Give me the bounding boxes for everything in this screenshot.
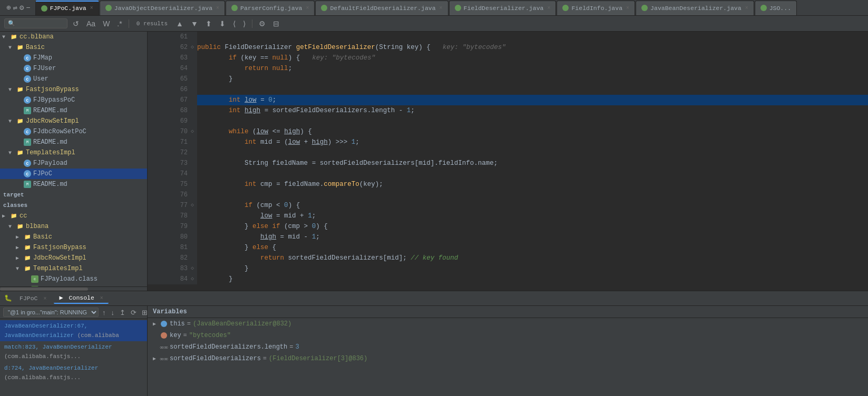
tab-close-fi[interactable]: ×: [626, 5, 629, 11]
debug-evaluate-button[interactable]: ⊞: [140, 308, 148, 317]
line-num-74: 74: [148, 169, 188, 179]
tab-fieldinfo[interactable]: FieldInfo.java ×: [557, 1, 635, 15]
tab-javabeandeserializer[interactable]: JavaBeanDeserializer.java ×: [636, 1, 754, 15]
tab-close-dfd[interactable]: ×: [440, 5, 443, 11]
code-67: int low = 0;: [197, 95, 868, 105]
var-this[interactable]: ▶ this = (JavaBeanDeserializer@832): [148, 318, 868, 330]
tree-fjmap[interactable]: C FJMap: [0, 53, 147, 63]
match-word-button[interactable]: W: [101, 18, 112, 29]
readme-templates-label: README.md: [33, 181, 67, 188]
fjbypasspoc-icon: C: [23, 96, 32, 104]
tree-fastjsonbypass-classes[interactable]: ▶ 📁 FastjsonBypass: [0, 242, 147, 253]
code-74: [197, 169, 868, 179]
tab-label-jbd: JavaBeanDeserializer.java: [650, 5, 742, 12]
tab-fielddeserializer[interactable]: FieldDeserializer.java ×: [449, 1, 557, 15]
thread-selector[interactable]: "@1 in gro..."main": RUNNING: [3, 308, 99, 317]
nav-prev-button[interactable]: ▲: [174, 18, 186, 29]
filter-toggle-button[interactable]: ⊟: [271, 18, 281, 29]
search-box[interactable]: 🔍: [4, 18, 67, 28]
line-num-72: 72: [148, 147, 188, 158]
debug-step-into-button[interactable]: ↓: [110, 308, 116, 317]
table-row: 65 }: [148, 74, 868, 84]
nav-next2-button[interactable]: ⬇: [217, 18, 228, 29]
var-sorted[interactable]: ▶ ∞∞ sortedFieldDeserializers = (FieldDe…: [148, 353, 868, 364]
match-case-button[interactable]: Aa: [84, 18, 97, 29]
var-key[interactable]: key = "bytecodes": [148, 330, 868, 341]
tab-close-fjpoc[interactable]: ×: [90, 5, 93, 11]
search-prev-occurrence-button[interactable]: ↺: [71, 18, 81, 29]
tree-basic-folder[interactable]: ▼ 📁 Basic: [0, 42, 147, 53]
tree-root[interactable]: ▼ 📁 cc.blbana: [0, 32, 147, 42]
code-69: [197, 116, 868, 126]
debug-toolbar: "@1 in gro..."main": RUNNING ↑ ↓ ↥ ⟳ ⊞ ⊟: [0, 306, 147, 319]
tab-close-jbd[interactable]: ×: [745, 5, 748, 11]
tab-parserconfig[interactable]: ParserConfig.java ×: [226, 1, 315, 15]
tab-console-close[interactable]: ×: [100, 295, 103, 301]
stack-item-1[interactable]: JavaBeanDeserializer:67, JavaBeanDeseria…: [0, 320, 147, 341]
tree-fastjsonbypass-folder[interactable]: ▼ 📁 FastjsonBypass: [0, 84, 147, 95]
tree-readme-templates[interactable]: M README.md: [0, 179, 147, 190]
tree-fjpayload[interactable]: C FJPayload: [0, 158, 147, 169]
var-length[interactable]: ∞∞ sortedFieldDeserializers.length = 3: [148, 341, 868, 353]
toolbar-separator2: [252, 19, 252, 28]
table-row: 83 ◇ }: [148, 263, 868, 274]
tab-fjpoc[interactable]: FJPoC.java ×: [35, 1, 99, 15]
stack-item-3[interactable]: d:724, JavaBeanDeserializer (com.alibaba…: [0, 362, 147, 383]
fjuser-label: FJUser: [33, 65, 56, 72]
tab-fjpoc-bottom[interactable]: FJPoC ×: [14, 294, 52, 303]
tab-javaobjectdeserializer[interactable]: JavaObjectDeserializer.java ×: [100, 1, 225, 15]
code-73: String fieldName = sortedFieldDeserializ…: [197, 158, 868, 169]
tree-templatesimpl-classes[interactable]: ▼ 📁 TemplatesImpl: [0, 263, 147, 274]
debug-step-over-button[interactable]: ↑: [101, 308, 108, 317]
nav-extra2-button[interactable]: ⟩: [241, 18, 248, 29]
fjpayload-icon: C: [23, 160, 32, 167]
nav-extra1-button[interactable]: ⟨: [231, 18, 238, 29]
tree-user[interactable]: C User: [0, 74, 147, 84]
tree-jdbcrowset-classes[interactable]: ▶ 📁 JdbcRowSetImpl: [0, 253, 147, 263]
regex-button[interactable]: .*: [115, 18, 124, 29]
table-row: 79 } else if (cmp > 0) {: [148, 221, 868, 232]
tab-fjpoc-close[interactable]: ×: [43, 296, 46, 302]
nav-prev2-button[interactable]: ⬆: [203, 18, 214, 29]
gutter-71: [188, 137, 197, 147]
tree-fjpoc-item[interactable]: C FJPoC: [0, 169, 147, 179]
debug-step-out-button[interactable]: ↥: [118, 308, 127, 317]
tree-blbana-folder[interactable]: ▼ 📁 blbana: [0, 221, 147, 232]
root-folder-icon: 📁: [9, 33, 18, 41]
var-this-eq: =: [187, 320, 191, 328]
tree-readme-bypass[interactable]: M README.md: [0, 105, 147, 116]
nav-next-button[interactable]: ▼: [189, 18, 200, 29]
tree-fjuser[interactable]: C FJUser: [0, 63, 147, 74]
stack-frame-3: d:724, JavaBeanDeserializer: [4, 365, 98, 371]
tab-close-pc[interactable]: ×: [306, 5, 309, 11]
sidebar-hscrollbar[interactable]: [0, 286, 147, 291]
tab-defaultfield[interactable]: DefaultFieldDeserializer.java ×: [315, 1, 448, 15]
editor-tab-bar: ⊕ ⇌ ⚙ − FJPoC.java × JavaObjectDeseriali…: [0, 0, 868, 16]
tree-cc-folder[interactable]: ▶ 📁 cc: [0, 211, 147, 221]
code-79: } else if (cmp > 0) {: [197, 221, 868, 232]
tree-templatesimpl-folder[interactable]: ▼ 📁 TemplatesImpl: [0, 147, 147, 158]
filter-settings-button[interactable]: ⚙: [257, 18, 268, 29]
stack-pkg-1: (com.alibaba: [77, 332, 119, 339]
var-sorted-icon: ∞∞: [160, 355, 168, 362]
tree-jdbcrowset-folder[interactable]: ▼ 📁 JdbcRowSetImpl: [0, 116, 147, 126]
stack-item-2[interactable]: match:823, JavaBeanDeserializer (com.ali…: [0, 341, 147, 362]
gutter-84: ◇: [188, 274, 197, 284]
tab-jso[interactable]: JSO...: [755, 1, 797, 15]
tree-readme-jdbc[interactable]: M README.md: [0, 137, 147, 147]
tab-close-jod[interactable]: ×: [216, 5, 219, 11]
tree-basic-classes[interactable]: ▶ 📁 Basic: [0, 232, 147, 242]
code-scroll-area[interactable]: 61 62 ◇ public FieldDeserializer getFiel…: [148, 32, 868, 291]
tree-fjpayload-class[interactable]: c FJPayload.class: [0, 274, 147, 284]
tree-fjdbcrowset[interactable]: C FJdbcRowSetPoC: [0, 126, 147, 137]
tree-fjbypasspoc[interactable]: C FJBypassPoC: [0, 95, 147, 105]
tab-close-fd[interactable]: ×: [547, 5, 550, 11]
gutter-74: [188, 169, 197, 179]
table-row: 70 ◇ while (low <= high) {: [148, 126, 868, 137]
sidebar-scrollbar-thumb: [0, 288, 88, 291]
fjpayload-class-label: FJPayload.class: [41, 275, 97, 283]
tab-console-bottom[interactable]: ▶ Console ×: [54, 293, 108, 304]
code-66: [197, 84, 868, 95]
debug-run-to-cursor-button[interactable]: ⟳: [129, 308, 138, 317]
gutter-63: [188, 53, 197, 63]
